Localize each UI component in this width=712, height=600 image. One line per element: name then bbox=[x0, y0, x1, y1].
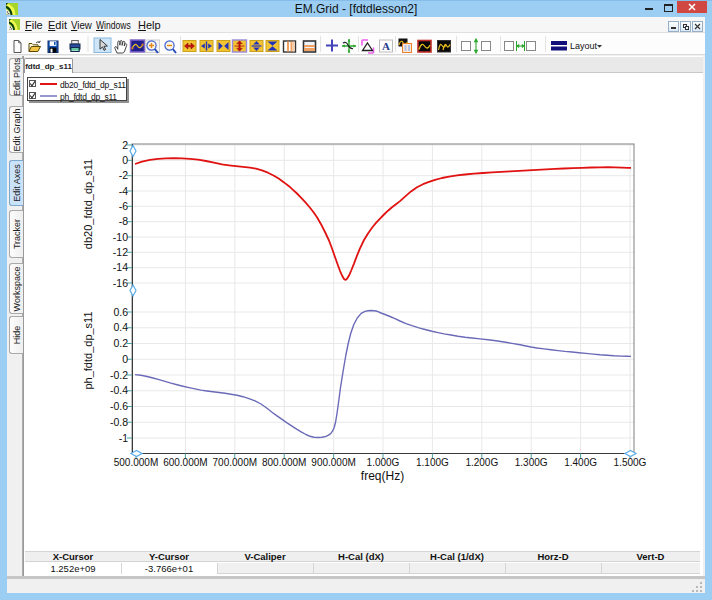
svg-text:0: 0 bbox=[122, 353, 128, 365]
svg-text:0.6: 0.6 bbox=[113, 306, 128, 318]
svg-text:freq(Hz): freq(Hz) bbox=[361, 469, 404, 483]
svg-text:-0.4: -0.4 bbox=[110, 384, 128, 396]
svg-text:-0.6: -0.6 bbox=[110, 400, 128, 412]
svg-text:2: 2 bbox=[122, 139, 128, 151]
svg-text:0.4: 0.4 bbox=[113, 321, 128, 333]
svg-text:900.000M: 900.000M bbox=[311, 457, 355, 468]
svg-text:-16: -16 bbox=[113, 277, 128, 289]
svg-text:-0.8: -0.8 bbox=[110, 416, 128, 428]
svg-text:0: 0 bbox=[122, 154, 128, 166]
svg-text:-6: -6 bbox=[119, 200, 128, 212]
svg-text:-2: -2 bbox=[119, 169, 128, 181]
svg-text:1.200G: 1.200G bbox=[465, 457, 498, 468]
svg-text:1.500G: 1.500G bbox=[614, 457, 647, 468]
svg-text:500.000M: 500.000M bbox=[114, 457, 158, 468]
svg-text:800.000M: 800.000M bbox=[262, 457, 306, 468]
svg-text:-4: -4 bbox=[119, 185, 128, 197]
svg-text:0.2: 0.2 bbox=[113, 337, 128, 349]
svg-text:-1: -1 bbox=[119, 432, 128, 444]
svg-text:-10: -10 bbox=[113, 231, 128, 243]
svg-text:ph_fdtd_dp_s11: ph_fdtd_dp_s11 bbox=[82, 311, 94, 389]
svg-text:-14: -14 bbox=[113, 261, 128, 273]
svg-text:1.000G: 1.000G bbox=[367, 457, 400, 468]
svg-text:1.100G: 1.100G bbox=[416, 457, 449, 468]
svg-text:-12: -12 bbox=[113, 246, 128, 258]
svg-text:1.400G: 1.400G bbox=[564, 457, 597, 468]
svg-text:700.000M: 700.000M bbox=[213, 457, 257, 468]
svg-text:600.000M: 600.000M bbox=[163, 457, 207, 468]
svg-text:db20_fdtd_dp_s11: db20_fdtd_dp_s11 bbox=[82, 159, 94, 249]
svg-text:-0.2: -0.2 bbox=[110, 369, 128, 381]
svg-text:1.300G: 1.300G bbox=[515, 457, 548, 468]
svg-text:-8: -8 bbox=[119, 215, 128, 227]
